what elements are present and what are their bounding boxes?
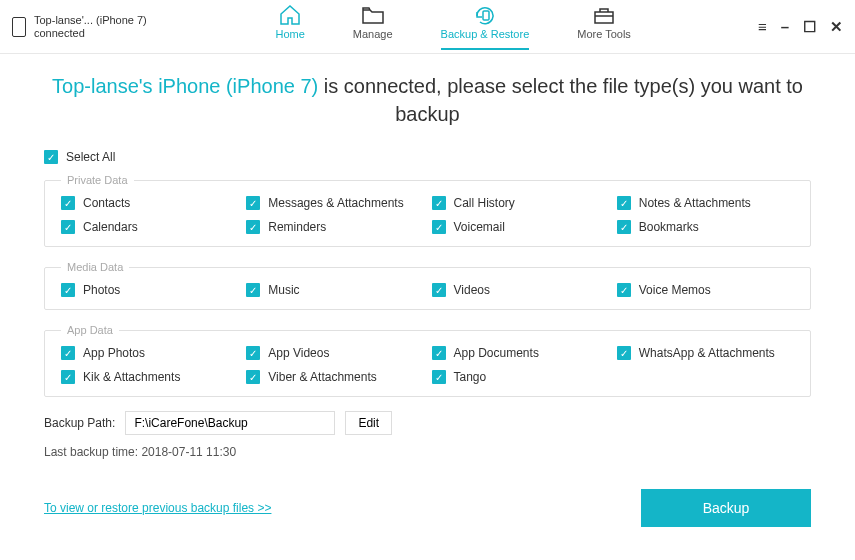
group-private-legend: Private Data (61, 174, 134, 186)
item-checkbox[interactable] (432, 370, 446, 384)
item-label: Contacts (83, 196, 130, 210)
list-item[interactable]: App Photos (61, 346, 238, 360)
nav-backup-restore[interactable]: Backup & Restore (441, 4, 530, 50)
item-label: Messages & Attachments (268, 196, 403, 210)
group-private: Private Data ContactsMessages & Attachme… (44, 174, 811, 247)
item-checkbox[interactable] (246, 220, 260, 234)
item-label: Music (268, 283, 299, 297)
item-label: Tango (454, 370, 487, 384)
item-checkbox[interactable] (432, 196, 446, 210)
item-checkbox[interactable] (61, 283, 75, 297)
select-all-checkbox[interactable] (44, 150, 58, 164)
svg-rect-1 (595, 12, 613, 23)
list-item[interactable]: Videos (432, 283, 609, 297)
list-item[interactable]: Voicemail (432, 220, 609, 234)
item-checkbox[interactable] (246, 196, 260, 210)
item-checkbox[interactable] (617, 220, 631, 234)
backup-button[interactable]: Backup (641, 489, 811, 527)
item-checkbox[interactable] (246, 346, 260, 360)
list-item[interactable]: Calendars (61, 220, 238, 234)
phone-icon (12, 17, 26, 37)
item-label: Kik & Attachments (83, 370, 180, 384)
item-label: Voice Memos (639, 283, 711, 297)
toolbox-icon (591, 4, 617, 26)
nav-manage[interactable]: Manage (353, 4, 393, 50)
page-title: Top-lanse's iPhone (iPhone 7) is connect… (44, 72, 811, 128)
item-checkbox[interactable] (432, 346, 446, 360)
item-checkbox[interactable] (246, 370, 260, 384)
item-checkbox[interactable] (617, 196, 631, 210)
window-controls: ≡ – ☐ ✕ (758, 18, 843, 36)
last-backup-time: Last backup time: 2018-07-11 11:30 (44, 445, 811, 459)
item-checkbox[interactable] (61, 346, 75, 360)
item-checkbox[interactable] (432, 283, 446, 297)
list-item[interactable]: Call History (432, 196, 609, 210)
list-item[interactable]: Kik & Attachments (61, 370, 238, 384)
item-label: Photos (83, 283, 120, 297)
list-item[interactable]: Contacts (61, 196, 238, 210)
list-item[interactable]: Reminders (246, 220, 423, 234)
item-label: App Videos (268, 346, 329, 360)
item-checkbox[interactable] (61, 196, 75, 210)
edit-path-button[interactable]: Edit (345, 411, 392, 435)
list-item[interactable]: Viber & Attachments (246, 370, 423, 384)
list-item[interactable]: App Videos (246, 346, 423, 360)
nav-bar: Home Manage Backup & Restore More Tools (276, 4, 631, 50)
item-label: Notes & Attachments (639, 196, 751, 210)
device-name: Top-lanse'... (iPhone 7) (34, 14, 147, 27)
item-label: Call History (454, 196, 515, 210)
close-icon[interactable]: ✕ (830, 18, 843, 36)
select-all-label: Select All (66, 150, 115, 164)
list-item[interactable]: App Documents (432, 346, 609, 360)
group-app: App Data App PhotosApp VideosApp Documen… (44, 324, 811, 397)
list-item[interactable]: Music (246, 283, 423, 297)
item-label: Voicemail (454, 220, 505, 234)
nav-more-tools[interactable]: More Tools (577, 4, 631, 50)
device-status: connected (34, 27, 147, 40)
device-info: Top-lanse'... (iPhone 7) connected (12, 14, 212, 40)
list-item[interactable]: Bookmarks (617, 220, 794, 234)
path-input[interactable] (125, 411, 335, 435)
item-label: App Photos (83, 346, 145, 360)
menu-icon[interactable]: ≡ (758, 18, 767, 35)
item-label: Videos (454, 283, 490, 297)
home-icon (277, 4, 303, 26)
select-all-row[interactable]: Select All (44, 150, 811, 164)
item-label: Calendars (83, 220, 138, 234)
item-label: Bookmarks (639, 220, 699, 234)
list-item[interactable]: WhatsApp & Attachments (617, 346, 794, 360)
minimize-icon[interactable]: – (781, 18, 789, 35)
item-label: WhatsApp & Attachments (639, 346, 775, 360)
list-item[interactable]: Photos (61, 283, 238, 297)
item-checkbox[interactable] (61, 220, 75, 234)
item-checkbox[interactable] (61, 370, 75, 384)
item-label: App Documents (454, 346, 539, 360)
maximize-icon[interactable]: ☐ (803, 18, 816, 36)
group-media: Media Data PhotosMusicVideosVoice Memos (44, 261, 811, 310)
svg-rect-0 (483, 11, 489, 20)
list-item[interactable]: Voice Memos (617, 283, 794, 297)
item-checkbox[interactable] (246, 283, 260, 297)
path-label: Backup Path: (44, 416, 115, 430)
group-media-legend: Media Data (61, 261, 129, 273)
item-label: Reminders (268, 220, 326, 234)
backup-restore-icon (472, 4, 498, 26)
item-label: Viber & Attachments (268, 370, 377, 384)
item-checkbox[interactable] (432, 220, 446, 234)
item-checkbox[interactable] (617, 346, 631, 360)
group-app-legend: App Data (61, 324, 119, 336)
list-item[interactable]: Messages & Attachments (246, 196, 423, 210)
folder-icon (360, 4, 386, 26)
nav-home[interactable]: Home (276, 4, 305, 50)
list-item[interactable]: Notes & Attachments (617, 196, 794, 210)
restore-link[interactable]: To view or restore previous backup files… (44, 501, 271, 515)
list-item[interactable]: Tango (432, 370, 609, 384)
item-checkbox[interactable] (617, 283, 631, 297)
